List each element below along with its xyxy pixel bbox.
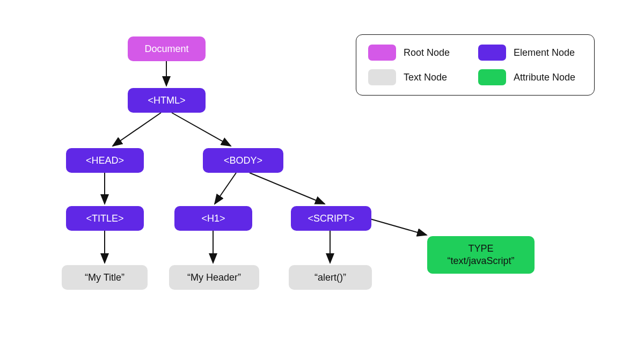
node-label: <BODY> — [224, 155, 262, 166]
node-body: <BODY> — [203, 148, 283, 173]
legend-item-element: Element Node — [478, 45, 582, 61]
attr-value: “text/javaScript” — [447, 255, 514, 267]
svg-line-2 — [113, 113, 161, 146]
svg-line-3 — [172, 113, 231, 146]
svg-line-10 — [370, 219, 427, 235]
node-title: <TITLE> — [66, 206, 144, 231]
node-label: <H1> — [201, 213, 225, 224]
node-h1: <H1> — [174, 206, 252, 231]
node-label: “alert()” — [314, 272, 346, 283]
legend-item-text: Text Node — [368, 69, 457, 85]
node-title-text: “My Title” — [62, 265, 148, 290]
svg-line-6 — [250, 173, 325, 204]
node-document: Document — [128, 36, 206, 61]
swatch-text — [368, 69, 396, 85]
attr-name: TYPE — [468, 243, 493, 255]
legend: Root Node Element Node Text Node Attribu… — [356, 34, 595, 96]
node-label: <TITLE> — [86, 213, 123, 224]
node-label: “My Header” — [187, 272, 241, 283]
node-label: Document — [144, 43, 188, 55]
legend-item-root: Root Node — [368, 45, 457, 61]
swatch-attribute — [478, 69, 506, 85]
legend-label: Element Node — [514, 47, 575, 58]
legend-label: Root Node — [404, 47, 450, 58]
legend-item-attribute: Attribute Node — [478, 69, 582, 85]
swatch-element — [478, 45, 506, 61]
legend-label: Attribute Node — [514, 72, 575, 83]
node-h1-text: “My Header” — [169, 265, 259, 290]
node-head: <HEAD> — [66, 148, 144, 173]
node-attribute-type: TYPE “text/javaScript” — [427, 236, 535, 274]
node-label: <HEAD> — [86, 155, 124, 166]
node-label: <HTML> — [148, 95, 185, 106]
node-html: <HTML> — [128, 88, 206, 113]
node-label: “My Title” — [85, 272, 125, 283]
node-label: <SCRIPT> — [308, 213, 354, 224]
node-script-text: “alert()” — [289, 265, 372, 290]
swatch-root — [368, 45, 396, 61]
node-script: <SCRIPT> — [291, 206, 371, 231]
svg-line-5 — [215, 173, 236, 204]
legend-label: Text Node — [404, 72, 447, 83]
